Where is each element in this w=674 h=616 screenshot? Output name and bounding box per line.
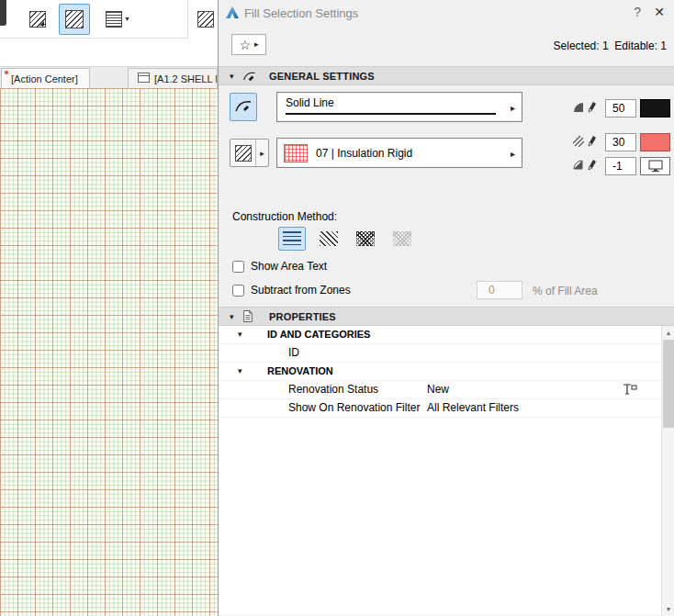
subtract-from-zones-row: Subtract from Zones (232, 284, 351, 297)
construction-method-crosshatch-button[interactable] (352, 227, 379, 251)
construction-method-disabled-button[interactable] (388, 227, 416, 251)
fill-settings-icon (242, 69, 257, 83)
show-area-text-checkbox[interactable] (232, 261, 244, 273)
help-button[interactable]: ? (634, 5, 641, 19)
fill-pattern-icon (230, 140, 256, 166)
construction-method-diagonal-button[interactable] (315, 227, 343, 251)
property-row-renovation-filter[interactable]: Show On Renovation Filter All Relevant F… (219, 399, 661, 418)
dropdown-corner-icon (39, 21, 44, 26)
hatch-style-dropdown-button[interactable]: ▾ (99, 6, 136, 33)
fill-area-percent-label: % of Fill Area (533, 285, 598, 297)
checkbox-label: Subtract from Zones (251, 284, 351, 297)
property-row-id[interactable]: ID (219, 344, 661, 363)
light-crosshatch-icon (393, 231, 411, 246)
vertical-scrollbar[interactable]: ▲ ▼ (661, 326, 674, 615)
fill-pen-input[interactable] (605, 99, 636, 118)
fill-pattern-toggle-button[interactable]: ▸ (230, 139, 269, 167)
cover-pen-icons (572, 159, 597, 171)
pen-icon (587, 159, 597, 171)
properties-panel: ▾ ID AND CATEGORIES ID ▾ RENOVATION Reno… (219, 326, 661, 615)
modified-indicator-dot (5, 71, 8, 74)
fill-tool-button[interactable] (24, 6, 51, 33)
property-label: Show On Renovation Filter (288, 399, 420, 417)
monitor-icon (648, 160, 663, 173)
fill-selection-settings-dialog: Fill Selection Settings ? ✕ ☆ ▸ Selected… (218, 0, 674, 616)
cover-pen-input[interactable] (605, 157, 636, 175)
tab-action-center[interactable]: [Action Center] (1, 68, 90, 89)
diagonal-hatch-icon (197, 11, 214, 28)
background-pen-input[interactable] (605, 133, 636, 151)
general-settings-section-header[interactable]: ▾ GENERAL SETTINGS (219, 66, 674, 85)
background-pen-color-swatch[interactable] (640, 133, 670, 151)
collapse-triangle-icon: ▾ (230, 312, 241, 321)
dialog-titlebar: Fill Selection Settings ? ✕ (219, 0, 674, 26)
pen-icon (587, 101, 597, 113)
group-label: RENOVATION (267, 363, 333, 380)
screen: ▾ [Action Center] [A1.2 SHELL R (0, 0, 674, 616)
collapse-triangle-icon[interactable]: ▾ (238, 326, 242, 343)
fill-tool-button-selected[interactable] (59, 4, 90, 35)
section-title: GENERAL SETTINGS (269, 71, 375, 82)
checkbox-label: Show Area Text (251, 260, 327, 273)
diagonal-hatch-icon (29, 11, 46, 28)
diagonal-hatch-icon (235, 145, 252, 162)
collapse-triangle-icon[interactable]: ▾ (238, 363, 242, 380)
crosshatch-icon (356, 231, 375, 246)
docked-panel-edge (0, 0, 6, 26)
collapse-triangle-icon: ▾ (230, 72, 241, 81)
construction-method-label: Construction Method: (232, 210, 337, 223)
fill-toolbar: ▾ (0, 0, 218, 39)
fill-pen-row (219, 99, 674, 118)
fill-area-percent-input[interactable] (477, 281, 522, 299)
group-label: ID AND CATEGORIES (267, 326, 370, 343)
property-label: ID (288, 344, 299, 362)
hatch-lines-icon (572, 135, 584, 147)
tab-label: [Action Center] (11, 73, 78, 84)
renovation-filter-icon[interactable] (621, 383, 637, 401)
app-logo-icon (225, 6, 240, 20)
property-group-row[interactable]: ▾ RENOVATION (219, 363, 661, 381)
star-icon: ☆ (239, 39, 251, 51)
chevron-right-icon: ▸ (256, 140, 268, 166)
fill-pen-icons (572, 101, 597, 113)
secondary-toolbar (187, 0, 218, 39)
close-icon[interactable]: ✕ (654, 5, 665, 19)
document-icon (242, 309, 257, 323)
window-icon (138, 73, 150, 84)
window-background-pen-button[interactable] (640, 157, 670, 175)
insulation-pattern-thumbnail (284, 144, 308, 162)
property-value[interactable]: All Relevant Filters (427, 399, 519, 417)
section-title: PROPERTIES (269, 311, 336, 322)
chevron-right-icon: ▸ (511, 148, 515, 158)
scrollbar-thumb[interactable] (663, 340, 674, 428)
fill-pen-color-swatch[interactable] (640, 99, 670, 118)
tab-label: [A1.2 SHELL R (154, 73, 218, 84)
chevron-right-icon: ▸ (254, 40, 259, 49)
fill-pattern-value: 07 | Insulation Rigid (316, 147, 412, 160)
property-label: Renovation Status (288, 381, 378, 398)
scroll-down-icon[interactable]: ▼ (662, 602, 674, 615)
diagonal-lines-icon (320, 231, 338, 246)
dialog-title: Fill Selection Settings (244, 6, 358, 20)
property-value[interactable]: New (427, 381, 449, 398)
tab-bar: [Action Center] [A1.2 SHELL R (0, 66, 218, 88)
scroll-up-icon[interactable]: ▲ (662, 326, 674, 339)
workspace: ▾ [Action Center] [A1.2 SHELL R (0, 0, 218, 616)
diagonal-hatch-icon (65, 10, 84, 28)
property-group-row[interactable]: ▾ ID AND CATEGORIES (219, 326, 661, 344)
half-fill-icon (572, 159, 584, 171)
fill-pattern-dropdown[interactable]: 07 | Insulation Rigid ▸ (276, 138, 522, 168)
construction-method-horizontal-button[interactable] (278, 227, 306, 251)
drawing-canvas[interactable] (0, 88, 218, 616)
fill-shape-icon (572, 101, 584, 113)
pen-icon (587, 135, 597, 147)
favorites-button[interactable]: ☆ ▸ (231, 34, 266, 55)
property-row-renovation-status[interactable]: Renovation Status New (219, 381, 661, 399)
show-area-text-row: Show Area Text (232, 260, 327, 273)
fill-tool-button-partial[interactable] (194, 6, 218, 33)
tab-a12-shell[interactable]: [A1.2 SHELL R (128, 68, 218, 89)
selection-status: Selected: 1 Editable: 1 (554, 39, 667, 52)
subtract-from-zones-checkbox[interactable] (232, 285, 244, 297)
chevron-down-icon: ▾ (125, 16, 129, 23)
properties-section-header[interactable]: ▾ PROPERTIES (219, 307, 674, 326)
